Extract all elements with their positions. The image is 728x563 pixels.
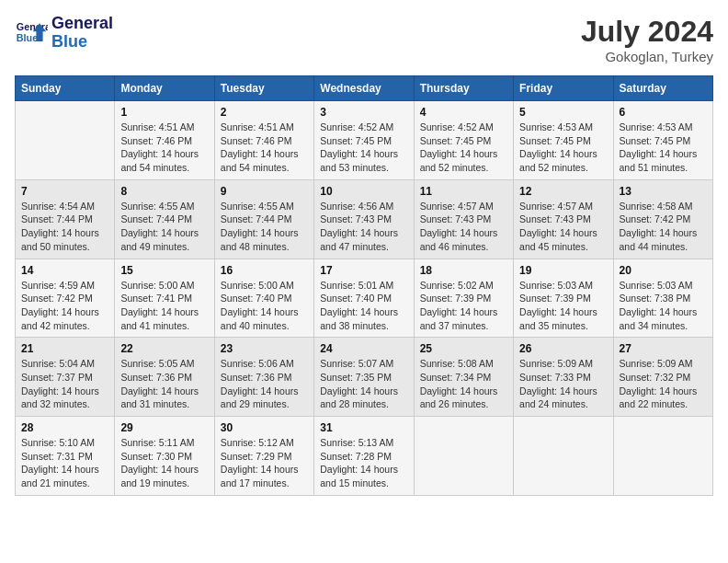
day-info: Sunrise: 5:12 AMSunset: 7:29 PMDaylight:… xyxy=(221,436,308,490)
calendar-cell: 12Sunrise: 4:57 AMSunset: 7:43 PMDayligh… xyxy=(514,179,613,259)
calendar-cell: 17Sunrise: 5:01 AMSunset: 7:40 PMDayligh… xyxy=(314,259,414,338)
day-info: Sunrise: 5:06 AMSunset: 7:36 PMDaylight:… xyxy=(221,357,308,411)
day-number: 27 xyxy=(620,342,707,355)
day-number: 19 xyxy=(519,264,607,277)
day-header-saturday: Saturday xyxy=(613,76,712,101)
day-number: 30 xyxy=(221,421,308,434)
logo: General Blue GeneralBlue xyxy=(15,15,113,52)
day-info: Sunrise: 5:03 AMSunset: 7:39 PMDaylight:… xyxy=(519,279,607,333)
calendar-cell: 25Sunrise: 5:08 AMSunset: 7:34 PMDayligh… xyxy=(414,338,513,417)
calendar-cell xyxy=(613,417,712,496)
calendar-cell: 16Sunrise: 5:00 AMSunset: 7:40 PMDayligh… xyxy=(214,259,313,338)
day-number: 2 xyxy=(221,106,308,119)
day-number: 29 xyxy=(120,421,208,434)
day-number: 1 xyxy=(120,106,208,119)
day-number: 3 xyxy=(320,106,407,119)
location: Gokoglan, Turkey xyxy=(581,49,713,64)
calendar-cell: 2Sunrise: 4:51 AMSunset: 7:46 PMDaylight… xyxy=(214,101,313,180)
day-info: Sunrise: 5:13 AMSunset: 7:28 PMDaylight:… xyxy=(320,436,407,490)
calendar-cell: 7Sunrise: 4:54 AMSunset: 7:44 PMDaylight… xyxy=(16,179,115,259)
day-number: 31 xyxy=(320,421,407,434)
day-info: Sunrise: 4:53 AMSunset: 7:45 PMDaylight:… xyxy=(519,121,607,175)
calendar-header: SundayMondayTuesdayWednesdayThursdayFrid… xyxy=(16,76,713,101)
day-info: Sunrise: 4:53 AMSunset: 7:45 PMDaylight:… xyxy=(620,121,707,175)
calendar-cell: 1Sunrise: 4:51 AMSunset: 7:46 PMDaylight… xyxy=(115,101,214,180)
day-info: Sunrise: 4:52 AMSunset: 7:45 PMDaylight:… xyxy=(420,121,507,175)
day-info: Sunrise: 4:52 AMSunset: 7:45 PMDaylight:… xyxy=(320,121,407,175)
calendar-cell: 20Sunrise: 5:03 AMSunset: 7:38 PMDayligh… xyxy=(613,259,712,338)
title-area: July 2024 Gokoglan, Turkey xyxy=(581,15,713,64)
day-header-monday: Monday xyxy=(115,76,214,101)
day-info: Sunrise: 4:51 AMSunset: 7:46 PMDaylight:… xyxy=(221,121,308,175)
calendar-cell: 15Sunrise: 5:00 AMSunset: 7:41 PMDayligh… xyxy=(115,259,214,338)
calendar-cell: 26Sunrise: 5:09 AMSunset: 7:33 PMDayligh… xyxy=(514,338,613,417)
day-info: Sunrise: 5:05 AMSunset: 7:36 PMDaylight:… xyxy=(120,357,208,411)
day-number: 6 xyxy=(620,106,707,119)
calendar-cell: 18Sunrise: 5:02 AMSunset: 7:39 PMDayligh… xyxy=(414,259,513,338)
week-row-1: 1Sunrise: 4:51 AMSunset: 7:46 PMDaylight… xyxy=(16,101,713,180)
day-info: Sunrise: 4:54 AMSunset: 7:44 PMDaylight:… xyxy=(21,200,108,254)
day-number: 24 xyxy=(320,342,407,355)
day-info: Sunrise: 5:09 AMSunset: 7:32 PMDaylight:… xyxy=(620,357,707,411)
day-info: Sunrise: 5:01 AMSunset: 7:40 PMDaylight:… xyxy=(320,279,407,333)
calendar-cell: 29Sunrise: 5:11 AMSunset: 7:30 PMDayligh… xyxy=(115,417,214,496)
days-of-week-row: SundayMondayTuesdayWednesdayThursdayFrid… xyxy=(16,76,713,101)
calendar-cell: 19Sunrise: 5:03 AMSunset: 7:39 PMDayligh… xyxy=(514,259,613,338)
calendar-cell: 14Sunrise: 4:59 AMSunset: 7:42 PMDayligh… xyxy=(16,259,115,338)
week-row-3: 14Sunrise: 4:59 AMSunset: 7:42 PMDayligh… xyxy=(16,259,713,338)
day-number: 22 xyxy=(120,342,208,355)
day-info: Sunrise: 4:59 AMSunset: 7:42 PMDaylight:… xyxy=(21,279,108,333)
calendar-cell xyxy=(514,417,613,496)
logo-icon: General Blue xyxy=(15,17,48,50)
day-header-thursday: Thursday xyxy=(414,76,513,101)
header: General Blue GeneralBlue July 2024 Gokog… xyxy=(15,15,713,64)
month-year: July 2024 xyxy=(581,15,713,49)
calendar-cell: 4Sunrise: 4:52 AMSunset: 7:45 PMDaylight… xyxy=(414,101,513,180)
day-info: Sunrise: 5:04 AMSunset: 7:37 PMDaylight:… xyxy=(21,357,108,411)
day-number: 18 xyxy=(420,264,507,277)
calendar-cell: 21Sunrise: 5:04 AMSunset: 7:37 PMDayligh… xyxy=(16,338,115,417)
calendar-cell: 13Sunrise: 4:58 AMSunset: 7:42 PMDayligh… xyxy=(613,179,712,259)
day-info: Sunrise: 5:11 AMSunset: 7:30 PMDaylight:… xyxy=(120,436,208,490)
day-info: Sunrise: 5:07 AMSunset: 7:35 PMDaylight:… xyxy=(320,357,407,411)
week-row-4: 21Sunrise: 5:04 AMSunset: 7:37 PMDayligh… xyxy=(16,338,713,417)
day-info: Sunrise: 4:51 AMSunset: 7:46 PMDaylight:… xyxy=(120,121,208,175)
day-info: Sunrise: 5:00 AMSunset: 7:40 PMDaylight:… xyxy=(221,279,308,333)
day-number: 15 xyxy=(120,264,208,277)
day-number: 20 xyxy=(620,264,707,277)
calendar-cell: 23Sunrise: 5:06 AMSunset: 7:36 PMDayligh… xyxy=(214,338,313,417)
day-number: 4 xyxy=(420,106,507,119)
calendar-body: 1Sunrise: 4:51 AMSunset: 7:46 PMDaylight… xyxy=(16,101,713,496)
calendar-cell: 11Sunrise: 4:57 AMSunset: 7:43 PMDayligh… xyxy=(414,179,513,259)
calendar-cell: 22Sunrise: 5:05 AMSunset: 7:36 PMDayligh… xyxy=(115,338,214,417)
day-number: 17 xyxy=(320,264,407,277)
calendar-table: SundayMondayTuesdayWednesdayThursdayFrid… xyxy=(15,75,713,496)
calendar-cell: 27Sunrise: 5:09 AMSunset: 7:32 PMDayligh… xyxy=(613,338,712,417)
calendar-cell: 3Sunrise: 4:52 AMSunset: 7:45 PMDaylight… xyxy=(314,101,414,180)
day-info: Sunrise: 4:57 AMSunset: 7:43 PMDaylight:… xyxy=(420,200,507,254)
day-info: Sunrise: 5:00 AMSunset: 7:41 PMDaylight:… xyxy=(120,279,208,333)
day-header-tuesday: Tuesday xyxy=(214,76,313,101)
day-number: 9 xyxy=(221,185,308,198)
day-info: Sunrise: 5:10 AMSunset: 7:31 PMDaylight:… xyxy=(21,436,108,490)
calendar-cell: 5Sunrise: 4:53 AMSunset: 7:45 PMDaylight… xyxy=(514,101,613,180)
calendar-cell: 8Sunrise: 4:55 AMSunset: 7:44 PMDaylight… xyxy=(115,179,214,259)
calendar-cell: 30Sunrise: 5:12 AMSunset: 7:29 PMDayligh… xyxy=(214,417,313,496)
calendar-cell: 24Sunrise: 5:07 AMSunset: 7:35 PMDayligh… xyxy=(314,338,414,417)
day-number: 11 xyxy=(420,185,507,198)
week-row-2: 7Sunrise: 4:54 AMSunset: 7:44 PMDaylight… xyxy=(16,179,713,259)
day-number: 10 xyxy=(320,185,407,198)
day-info: Sunrise: 4:58 AMSunset: 7:42 PMDaylight:… xyxy=(620,200,707,254)
day-number: 5 xyxy=(519,106,607,119)
calendar-cell: 31Sunrise: 5:13 AMSunset: 7:28 PMDayligh… xyxy=(314,417,414,496)
day-number: 8 xyxy=(120,185,208,198)
day-number: 16 xyxy=(221,264,308,277)
day-info: Sunrise: 5:09 AMSunset: 7:33 PMDaylight:… xyxy=(519,357,607,411)
day-number: 25 xyxy=(420,342,507,355)
calendar-cell xyxy=(414,417,513,496)
day-info: Sunrise: 5:08 AMSunset: 7:34 PMDaylight:… xyxy=(420,357,507,411)
week-row-5: 28Sunrise: 5:10 AMSunset: 7:31 PMDayligh… xyxy=(16,417,713,496)
day-number: 21 xyxy=(21,342,108,355)
day-header-sunday: Sunday xyxy=(16,76,115,101)
calendar-cell: 28Sunrise: 5:10 AMSunset: 7:31 PMDayligh… xyxy=(16,417,115,496)
